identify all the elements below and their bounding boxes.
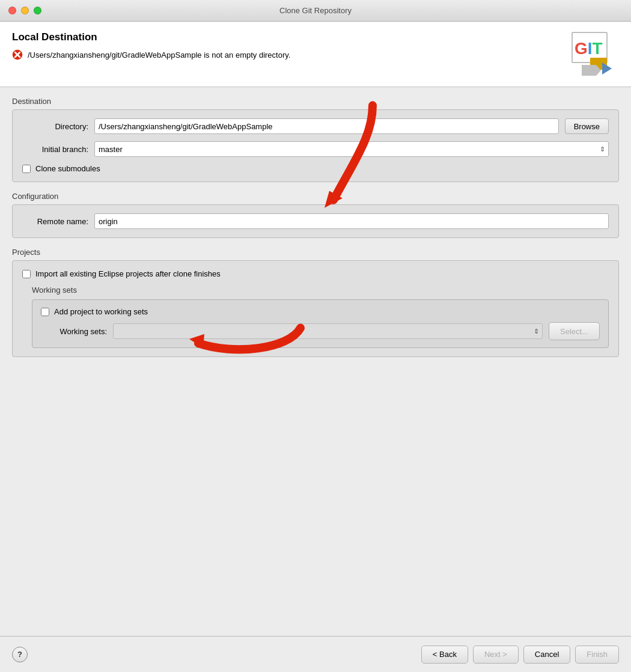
- header-left: Local Destination /Users/zhangxiansheng/…: [12, 31, 290, 60]
- bottom-bar: ? < Back Next > Cancel Finish: [0, 636, 631, 672]
- import-projects-row: Import all existing Eclipse projects aft…: [22, 269, 609, 278]
- add-working-sets-checkbox[interactable]: [41, 308, 49, 316]
- working-sets-box: Add project to working sets Working sets…: [32, 299, 609, 348]
- remote-name-label: Remote name:: [22, 217, 88, 226]
- select-button[interactable]: Select...: [549, 322, 600, 340]
- projects-section-box: Import all existing Eclipse projects aft…: [12, 260, 619, 357]
- bottom-buttons: < Back Next > Cancel Finish: [421, 646, 619, 664]
- clone-submodules-label[interactable]: Clone submodules: [35, 164, 100, 173]
- error-icon: [12, 49, 23, 60]
- configuration-section: Configuration Remote name:: [12, 192, 619, 238]
- spacer: [12, 367, 619, 626]
- window-controls[interactable]: [8, 7, 41, 14]
- next-button[interactable]: Next >: [473, 646, 519, 664]
- scroll-area: Destination Directory: Browse Initial br…: [0, 87, 631, 636]
- branch-select[interactable]: master: [94, 141, 609, 157]
- error-row: /Users/zhangxiansheng/git/GradleWebAppSa…: [12, 49, 290, 60]
- cancel-button[interactable]: Cancel: [523, 646, 570, 664]
- finish-button[interactable]: Finish: [575, 646, 619, 664]
- destination-section-title: Destination: [12, 97, 619, 106]
- remote-name-input[interactable]: [94, 213, 609, 229]
- working-sets-row: Working sets: ⇕ Select...: [41, 322, 600, 340]
- title-bar: Clone Git Repository: [0, 0, 631, 22]
- destination-section-box: Directory: Browse Initial branch: master…: [12, 109, 619, 182]
- directory-row: Directory: Browse: [22, 118, 609, 134]
- directory-label: Directory:: [22, 122, 88, 131]
- working-sets-select-wrapper: ⇕: [113, 323, 543, 339]
- destination-section: Destination Directory: Browse Initial br…: [12, 97, 619, 182]
- working-sets-section: Working sets Add project to working sets…: [22, 286, 609, 348]
- import-projects-label[interactable]: Import all existing Eclipse projects aft…: [35, 269, 221, 278]
- maximize-button[interactable]: [34, 7, 41, 14]
- working-sets-title: Working sets: [32, 286, 609, 295]
- directory-input[interactable]: [94, 118, 559, 134]
- git-logo: GIT: [571, 31, 619, 78]
- window-title: Clone Git Repository: [279, 6, 352, 15]
- branch-select-wrapper: master ⇕: [94, 141, 609, 157]
- help-button[interactable]: ?: [12, 647, 28, 662]
- clone-submodules-row: Clone submodules: [22, 164, 609, 173]
- header-section: Local Destination /Users/zhangxiansheng/…: [0, 22, 631, 87]
- back-button[interactable]: < Back: [421, 646, 468, 664]
- browse-button[interactable]: Browse: [565, 118, 609, 134]
- configuration-section-box: Remote name:: [12, 204, 619, 238]
- minimize-button[interactable]: [21, 7, 29, 14]
- dialog-body: Local Destination /Users/zhangxiansheng/…: [0, 22, 631, 672]
- add-working-sets-label[interactable]: Add project to working sets: [54, 307, 148, 316]
- error-message: /Users/zhangxiansheng/git/GradleWebAppSa…: [28, 50, 290, 60]
- svg-text:GIT: GIT: [575, 39, 603, 58]
- working-sets-label: Working sets:: [41, 327, 107, 336]
- branch-row: Initial branch: master ⇕: [22, 141, 609, 157]
- branch-label: Initial branch:: [22, 145, 88, 154]
- working-sets-select[interactable]: [113, 323, 543, 339]
- configuration-section-title: Configuration: [12, 192, 619, 201]
- import-projects-checkbox[interactable]: [22, 270, 31, 278]
- projects-section: Projects Import all existing Eclipse pro…: [12, 248, 619, 357]
- add-working-sets-row: Add project to working sets: [41, 307, 600, 316]
- projects-section-title: Projects: [12, 248, 619, 257]
- close-button[interactable]: [8, 7, 16, 14]
- main-content-wrapper: Destination Directory: Browse Initial br…: [0, 87, 631, 636]
- remote-name-row: Remote name:: [22, 213, 609, 229]
- page-title: Local Destination: [12, 31, 290, 43]
- bottom-left: ?: [12, 647, 421, 662]
- clone-submodules-checkbox[interactable]: [22, 165, 31, 173]
